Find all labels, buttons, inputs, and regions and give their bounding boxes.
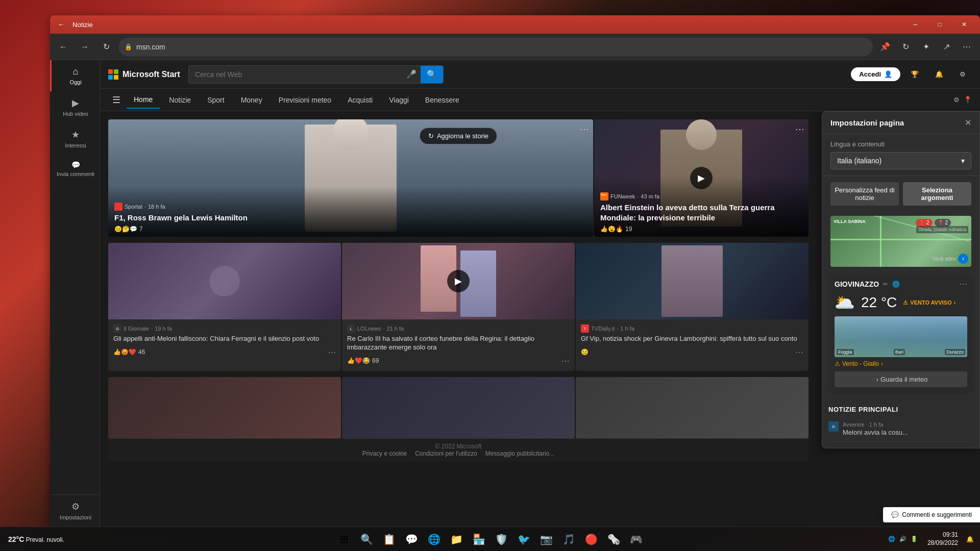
news-mini-item-1[interactable]: A Avvenire · 1 h fa Meloni avvia la cosu… [828, 417, 973, 442]
refresh-page-button[interactable]: ↻ [896, 38, 915, 56]
settings-close-button[interactable]: ✕ [965, 118, 971, 128]
weather-globe-icon[interactable]: 🌐 [892, 281, 900, 288]
chat-button[interactable]: 💬 [401, 529, 422, 549]
map-road-vertical [880, 216, 881, 267]
sidebar-item-interessi[interactable]: ★ Interessi [50, 123, 100, 155]
search-input[interactable] [195, 70, 402, 79]
store-button[interactable]: 🏪 [469, 529, 489, 549]
weather-map: Foggia Bari Durazzo [835, 316, 967, 357]
hero-main-more-button[interactable]: ⋯ [580, 123, 589, 135]
sidebar-item-hub-video[interactable]: ▶ Hub video [50, 91, 100, 123]
share-button[interactable]: ↗ [937, 38, 955, 56]
nav-item-viaggi[interactable]: Viaggi [382, 92, 416, 108]
advertising-link[interactable]: Messaggio pubblicitario... [485, 450, 554, 457]
start-button[interactable]: ⊞ [334, 529, 354, 549]
youtube-button[interactable]: 🎵 [558, 529, 579, 549]
maximize-button[interactable]: □ [928, 15, 951, 34]
news-card-2[interactable]: ▶ L LOLnews · 21 h fa Re Carlo III ha sa… [342, 243, 575, 371]
search-taskbar-button[interactable]: 🔍 [356, 529, 377, 549]
refresh-icon: ↻ [428, 132, 434, 140]
nav-hamburger[interactable]: ☰ [108, 92, 125, 108]
hero-side-more-button[interactable]: ⋯ [795, 123, 804, 135]
nav-item-meteo[interactable]: Previsioni meteo [272, 92, 339, 108]
taskbar-clock[interactable]: 09:31 28/09/2022 [923, 529, 962, 549]
weather-edit-button[interactable]: ✏ [883, 281, 888, 288]
news-card-1[interactable]: G Il Giornale · 19 h fa Gli appelli anti… [108, 243, 341, 371]
defender-button[interactable]: 🛡️ [491, 529, 511, 549]
right-column: Impostazioni pagina ✕ Lingua e contenuti… [817, 111, 980, 469]
settings-language-dropdown[interactable]: Italia (italiano) ▾ [830, 152, 971, 169]
bottom-card-1[interactable] [108, 377, 341, 438]
edge-button[interactable]: 🌐 [424, 529, 444, 549]
address-input[interactable] [136, 43, 867, 51]
nav-item-notizie[interactable]: Notizie [162, 92, 198, 108]
network-icon[interactable]: 🌐 [887, 535, 897, 543]
more-options-button[interactable]: ⋯ [958, 38, 976, 56]
copyright: © 2022 Microsoft [435, 443, 482, 450]
card2-source-name: LOLnews [357, 325, 381, 332]
nav-item-money[interactable]: Money [234, 92, 270, 108]
conditions-link[interactable]: Condizioni per l'utilizzo [415, 450, 477, 457]
apps-button[interactable]: ✦ [917, 38, 935, 56]
sidebar-item-invia-commenti[interactable]: 💬 Invia commenti [50, 155, 100, 183]
notizie-title: NOTIZIE PRINCIPALI [828, 406, 973, 413]
minimize-button[interactable]: ─ [903, 15, 927, 34]
sidebar-item-oggi[interactable]: ⌂ Oggi [50, 60, 100, 91]
nav-back-button[interactable]: ← [54, 38, 72, 56]
privacy-link[interactable]: Privacy e cookie [362, 450, 407, 457]
weather-see-more-button[interactable]: › Guarda il meteo [835, 371, 967, 387]
bottom-card-3[interactable] [576, 377, 808, 438]
card3-footer: 😐 ⋯ [581, 347, 803, 357]
mic-icon[interactable]: 🎤 [406, 69, 416, 79]
nav-item-acquisti[interactable]: Acquisti [340, 92, 380, 108]
hero-section: ↻ Aggiorna le storie [108, 119, 808, 237]
wind-alert-row[interactable]: ⚠ Vento - Giallo › [835, 360, 967, 367]
volume-icon[interactable]: 🔊 [898, 535, 908, 543]
sidebar-item-settings[interactable]: ⚙ Impostazioni [50, 494, 100, 527]
hero-side-card[interactable]: ▶ fun FUNweek · 43 m fa Albert Einstein … [594, 119, 808, 237]
page-settings-button[interactable]: ⚙ [953, 67, 972, 81]
card2-more-button[interactable]: ⋯ [561, 356, 570, 366]
nav-forward-button[interactable]: → [76, 38, 94, 56]
taskview-button[interactable]: 📋 [379, 529, 399, 549]
trophy-button[interactable]: 🏆 [904, 67, 925, 81]
card3-more-button[interactable]: ⋯ [795, 347, 803, 357]
weather-more-button[interactable]: ⋯ [959, 279, 967, 289]
close-button[interactable]: ✕ [952, 15, 976, 34]
select-topics-button[interactable]: Seleziona argomenti [903, 182, 971, 206]
signin-button[interactable]: Accedi 👤 [851, 67, 900, 81]
see-more-arrow: › [958, 254, 968, 264]
hero-main-card[interactable]: Sportal · 18 h fa F1, Ross Brawn gela Le… [108, 119, 593, 237]
notification-button[interactable]: 🔔 [964, 534, 976, 545]
news-card-3[interactable]: T TVDaily.it · 1 h fa Gf Vip, notizia sh… [576, 243, 808, 371]
personalize-feed-button[interactable]: Personalizza feed di notizie [830, 182, 899, 206]
sidebar-label-settings: Impostazioni [60, 514, 91, 520]
refresh-stories-button[interactable]: ↻ Aggiorna le storie [420, 128, 497, 144]
instagram-button[interactable]: 📷 [536, 529, 556, 549]
hero-main-title: F1, Ross Brawn gela Lewis Hamilton [114, 213, 587, 223]
back-button[interactable]: ← [54, 17, 68, 32]
bottom-card-2[interactable] [342, 377, 575, 438]
twitter-button[interactable]: 🐦 [513, 529, 534, 549]
reload-button[interactable]: ↻ [97, 38, 115, 56]
card2-play-button[interactable]: ▶ [447, 270, 470, 292]
news-app-button[interactable]: 🗞️ [603, 529, 624, 549]
battery-icon[interactable]: 🔋 [909, 535, 919, 543]
nav-item-home[interactable]: Home [127, 91, 160, 109]
card1-more-button[interactable]: ⋯ [328, 347, 336, 357]
comments-button[interactable]: 💬 Commenti e suggerimenti [883, 507, 980, 522]
wind-label: Vento - Giallo [842, 360, 879, 367]
reddit-button[interactable]: 🔴 [581, 529, 601, 549]
nav-item-benessere[interactable]: Benessere [418, 92, 467, 108]
wind-arrow: › [881, 360, 883, 367]
gamepass-button[interactable]: 🎮 [626, 529, 646, 549]
bell-button[interactable]: 🔔 [929, 67, 949, 81]
hero-side-overlay: fun FUNweek · 43 m fa Albert Einstein lo… [594, 176, 808, 237]
pin-button[interactable]: 📌 [876, 38, 894, 56]
explorer-button[interactable]: 📁 [446, 529, 467, 549]
nav-settings-icon[interactable]: ⚙ [953, 96, 960, 104]
map-see-more-btn[interactable]: Vedi altro › [933, 254, 968, 264]
nav-item-sport[interactable]: Sport [200, 92, 231, 108]
taskbar-weather[interactable]: 22°C Preval. nuvoli. [8, 535, 64, 543]
search-button[interactable]: 🔍 [421, 66, 443, 83]
